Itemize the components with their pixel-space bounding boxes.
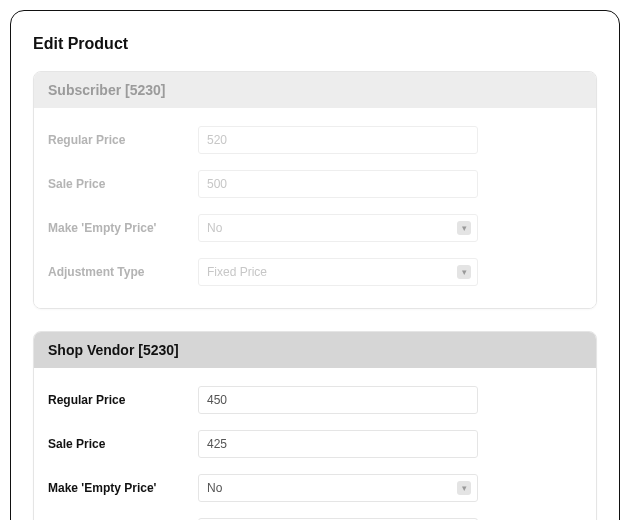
regular-price-input[interactable] xyxy=(198,386,478,414)
page-title: Edit Product xyxy=(33,35,597,53)
pricing-section-subscriber: Subscriber [5230] Regular Price Sale Pri… xyxy=(33,71,597,309)
field-label: Make 'Empty Price' xyxy=(48,221,188,235)
section-body: Regular Price Sale Price Make 'Empty Pri… xyxy=(34,368,596,520)
field-label: Sale Price xyxy=(48,437,188,451)
chevron-down-icon: ▾ xyxy=(457,221,471,235)
section-body: Regular Price Sale Price Make 'Empty Pri… xyxy=(34,108,596,308)
field-row-empty-price: Make 'Empty Price' No ▾ xyxy=(48,466,582,510)
field-label: Sale Price xyxy=(48,177,188,191)
field-label: Regular Price xyxy=(48,133,188,147)
chevron-down-icon: ▾ xyxy=(457,265,471,279)
edit-product-panel: Edit Product Subscriber [5230] Regular P… xyxy=(10,10,620,520)
section-header: Subscriber [5230] xyxy=(34,72,596,108)
regular-price-input[interactable] xyxy=(198,126,478,154)
select-value: No xyxy=(207,481,222,495)
sale-price-input[interactable] xyxy=(198,430,478,458)
sale-price-input[interactable] xyxy=(198,170,478,198)
empty-price-select[interactable]: No ▾ xyxy=(198,474,478,502)
field-row-regular-price: Regular Price xyxy=(48,378,582,422)
section-header: Shop Vendor [5230] xyxy=(34,332,596,368)
field-row-adjustment-type: Adjustment Type Fixed Price ▾ xyxy=(48,510,582,520)
field-row-adjustment-type: Adjustment Type Fixed Price ▾ xyxy=(48,250,582,294)
pricing-section-shop-vendor: Shop Vendor [5230] Regular Price Sale Pr… xyxy=(33,331,597,520)
field-row-regular-price: Regular Price xyxy=(48,118,582,162)
field-label: Adjustment Type xyxy=(48,265,188,279)
select-value: Fixed Price xyxy=(207,265,267,279)
field-label: Regular Price xyxy=(48,393,188,407)
chevron-down-icon: ▾ xyxy=(457,481,471,495)
field-row-empty-price: Make 'Empty Price' No ▾ xyxy=(48,206,582,250)
adjustment-type-select[interactable]: Fixed Price ▾ xyxy=(198,258,478,286)
field-label: Make 'Empty Price' xyxy=(48,481,188,495)
field-row-sale-price: Sale Price xyxy=(48,162,582,206)
select-value: No xyxy=(207,221,222,235)
empty-price-select[interactable]: No ▾ xyxy=(198,214,478,242)
field-row-sale-price: Sale Price xyxy=(48,422,582,466)
